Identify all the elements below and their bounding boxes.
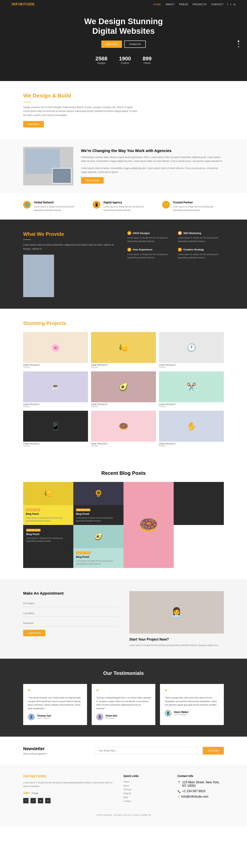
phone-icon: 📞 <box>178 790 181 793</box>
project-label-6: VIEW PROJECT <box>159 403 224 406</box>
nav-links: Home About Press Projects Contact <box>153 3 223 6</box>
firstname-input[interactable] <box>23 600 118 607</box>
footer-link-services[interactable]: Services <box>123 788 170 790</box>
hero-dot-1[interactable] <box>238 40 239 42</box>
quote-icon-1: ❝ <box>28 689 83 694</box>
testimonials-heading: Our Testimonials <box>23 670 224 676</box>
project-sub-7: Website <box>23 445 88 447</box>
features-section: 🌐 Global Network Lorem ipsum is simply t… <box>0 193 247 220</box>
blog-post-large[interactable]: 🍩 <box>123 482 174 568</box>
feature-trusted-text: Trusted Partner Lorem ipsum is simply te… <box>173 201 224 212</box>
project-item-6[interactable]: ✂️ VIEW PROJECT Website <box>159 371 224 408</box>
hero-dot-2[interactable] <box>238 43 239 45</box>
appointment-button[interactable]: Appointment <box>23 630 45 636</box>
provide-services: ✏ UI/UX Designs Lorem ipsum is simply te… <box>127 231 224 259</box>
project-item-2[interactable]: 🍋 VIEW PROJECT Website <box>91 332 156 368</box>
appointment-image: 👩‍💼 <box>129 591 224 633</box>
newsletter-email-input[interactable] <box>95 747 203 754</box>
footer-linkedin[interactable]: li <box>45 798 51 803</box>
subscribe-button[interactable]: Subscribe <box>203 747 224 754</box>
uiux-icon: ✏ <box>127 231 131 235</box>
nav-projects[interactable]: Projects <box>193 3 207 6</box>
projects-grid: 🌸 VIEW PROJECT Website 🍋 VIEW PROJECT We… <box>23 332 224 447</box>
footer-link-home[interactable]: Home <box>123 781 170 783</box>
password-input[interactable] <box>23 620 118 627</box>
contact-address: 📍 123 Main Street, New York, NY 10001 <box>178 781 224 787</box>
read-more-button[interactable]: Read More <box>101 40 122 48</box>
blog-post-1[interactable]: 🍋 May 30th, 2018 Blog Post1 Lorem ipsum … <box>23 482 73 525</box>
social-twitter[interactable]: t <box>230 3 231 6</box>
blog-post-2[interactable]: 🌻 May 30th, 2018 Blog Post2 Lorem ipsum … <box>73 482 123 525</box>
nav-contact[interactable]: Contact <box>211 3 224 6</box>
blog-title-2: Blog Post2 <box>76 513 121 515</box>
avatar-1: 👤 <box>28 713 35 720</box>
footer-bottom: © 2018 Infinitude - All rights reserved … <box>23 810 224 816</box>
hero-stat-projects: 1900 Projects <box>119 56 131 64</box>
project-item-4[interactable]: ☕ VIEW PROJECT Website <box>23 371 88 408</box>
footer-link-projects[interactable]: Projects <box>123 792 170 795</box>
footer-logo: INFINITUDE <box>23 774 116 778</box>
nav-press[interactable]: Press <box>179 3 188 6</box>
changing-body2: Lorem ipsum dolor sit amet, consecteltur… <box>81 166 224 174</box>
project-img-2: 🍋 <box>91 332 156 363</box>
newsletter-heading: Newsletter <box>23 746 87 751</box>
testimonial-1: ❝ "I Iam ferae tempore, cum soluta nobis… <box>23 684 87 725</box>
design-build-readmore-button[interactable]: Read More <box>23 121 44 127</box>
footer-facebook[interactable]: f <box>23 798 29 803</box>
project-item-9[interactable]: ✋ VIEW PROJECT Website <box>159 411 224 447</box>
navigation: INFINITUDE Home About Press Projects Con… <box>0 0 247 9</box>
blog-desc-2: Lorem ipsum is simply text the printing … <box>76 517 121 522</box>
author-info-2: Vivien Dim Art Director <box>105 714 117 719</box>
blog-content-1: May 30th, 2018 Blog Post1 Lorem ipsum is… <box>23 505 73 525</box>
hero-dot-3[interactable] <box>238 46 239 48</box>
provide-heading: What We Provide <box>23 231 120 237</box>
blog-post-4[interactable]: 🥑 May 30th, 2018 Blog Post4 Lorem ipsum … <box>73 525 123 568</box>
blog-post-3[interactable]: May 30th, 2018 Blog Post3 Lorem ipsum is… <box>23 525 73 568</box>
author-3: 👤 Glenn Walker UI/UX Designer <box>164 710 219 717</box>
project-sub-1: Website <box>23 366 88 368</box>
project-item-1[interactable]: 🌸 VIEW PROJECT Website <box>23 332 88 368</box>
services-info-button[interactable]: Services Info <box>81 177 104 184</box>
blog-desc-4: Lorem ipsum is simply text the printing … <box>76 559 121 565</box>
blog-title-3: Blog Post3 <box>26 533 70 535</box>
changing-heading: We're Changing the Way You Work with Age… <box>81 149 224 153</box>
contact-us-button[interactable]: Contact Us <box>124 40 146 48</box>
social-facebook[interactable]: f <box>227 3 228 6</box>
blog-date-4: May 30th, 2018 <box>76 552 90 554</box>
appt-right-heading: Start Your Project Now? <box>129 638 224 642</box>
newsletter-form: Subscribe <box>95 747 224 754</box>
design-build-body: Integer posuisse leo id viverra feugiat.… <box>23 105 139 117</box>
project-item-8[interactable]: 🍩 VIEW PROJECT Website <box>91 411 156 447</box>
hero-dots <box>238 40 239 48</box>
project-item-3[interactable]: 🕐 VIEW PROJECT Website <box>159 332 224 368</box>
project-sub-6: Website <box>159 406 224 408</box>
nav-social: f t in <box>227 3 236 6</box>
blog-img-2: 🌻 <box>73 482 123 505</box>
project-item-5[interactable]: 🥑 VIEW PROJECT Website <box>91 371 156 408</box>
hero-buttons: Read More Contact Us <box>101 40 146 48</box>
project-img-7: 📱 <box>23 411 88 442</box>
author-info-1: Thomas Carl CEO / Founder <box>37 714 51 719</box>
lastname-input[interactable] <box>23 610 118 617</box>
blog-img-1: 🍋 <box>23 482 73 505</box>
nav-home[interactable]: Home <box>153 3 161 6</box>
quote-icon-2: ❝ <box>96 689 151 694</box>
footer-link-blog[interactable]: Blog <box>123 796 170 798</box>
project-label-4: VIEW PROJECT <box>23 403 88 406</box>
footer-social: f t in li <box>23 798 116 803</box>
footer-twitter[interactable]: t <box>30 798 36 803</box>
changing-text: We're Changing the Way You Work with Age… <box>81 149 224 184</box>
social-instagram[interactable]: in <box>234 3 236 6</box>
footer-instagram[interactable]: in <box>38 798 43 803</box>
newsletter-section: Newsletter Start working together? Subsc… <box>0 737 247 765</box>
footer-about-text: Lorem ipsum is simply text the printing … <box>23 781 116 788</box>
digital-icon: 📱 <box>93 201 100 209</box>
testimonials-section: Our Testimonials ❝ "I Iam ferae tempore,… <box>0 659 247 737</box>
project-img-1: 🌸 <box>23 332 88 363</box>
nav-about[interactable]: About <box>165 3 175 6</box>
project-item-7[interactable]: 📱 VIEW PROJECT Website <box>23 411 88 447</box>
footer-link-about[interactable]: About <box>123 784 170 787</box>
footer-link-contact[interactable]: Contact <box>123 800 170 802</box>
project-label-8: VIEW PROJECT <box>91 443 156 445</box>
provide-divider <box>23 240 31 240</box>
